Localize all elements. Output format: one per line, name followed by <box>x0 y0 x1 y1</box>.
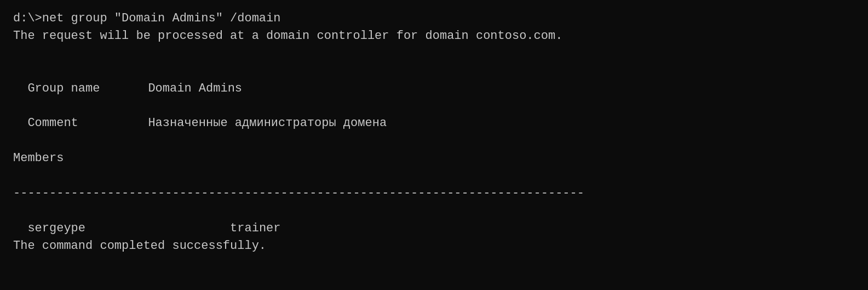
member2: trainer <box>230 221 280 235</box>
dashes: ----------------------------------------… <box>13 185 855 202</box>
blank-line-3 <box>13 167 855 185</box>
group-name-label: Group name <box>27 80 148 98</box>
request-notice: The request will be processed at a domai… <box>13 27 855 45</box>
member1: sergeype <box>27 221 85 235</box>
blank-line-2 <box>13 132 855 150</box>
comment-row: CommentНазначенные администраторы домена <box>13 97 855 132</box>
members-list: sergeype trainer <box>13 202 855 237</box>
comment-value: Назначенные администраторы домена <box>148 116 387 130</box>
success-message: The command completed successfully. <box>13 237 855 255</box>
blank-line-1 <box>13 45 855 62</box>
group-name-value: Domain Admins <box>148 82 242 95</box>
members-label: Members <box>13 150 855 167</box>
command-line: d:\>net group "Domain Admins" /domain <box>13 10 855 27</box>
group-name-row: Group nameDomain Admins <box>13 62 855 98</box>
comment-label: Comment <box>27 115 148 132</box>
member-spacer <box>85 221 230 235</box>
